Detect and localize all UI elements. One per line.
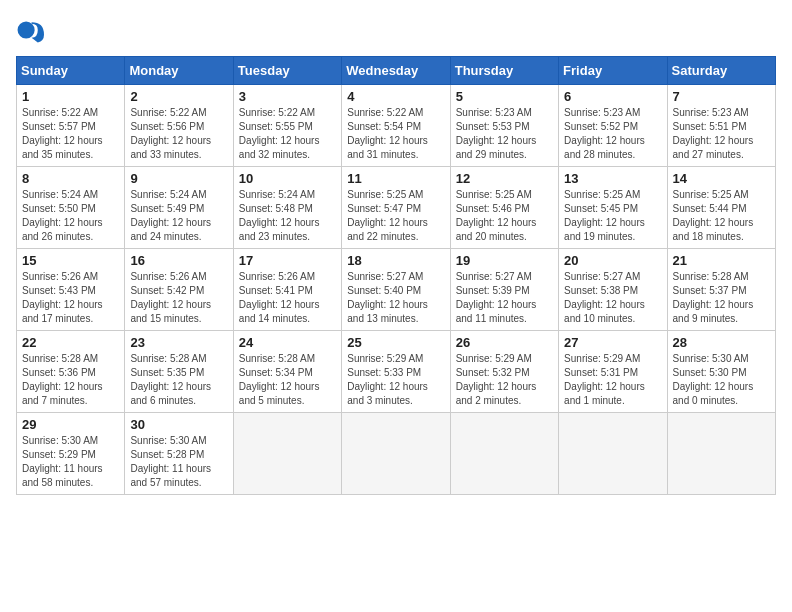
day-detail: Sunrise: 5:28 AMSunset: 5:37 PMDaylight:… [673, 271, 754, 324]
calendar-cell: 6Sunrise: 5:23 AMSunset: 5:52 PMDaylight… [559, 85, 667, 167]
calendar-cell: 7Sunrise: 5:23 AMSunset: 5:51 PMDaylight… [667, 85, 775, 167]
calendar-cell: 14Sunrise: 5:25 AMSunset: 5:44 PMDayligh… [667, 167, 775, 249]
logo-icon [16, 16, 44, 44]
calendar-cell: 18Sunrise: 5:27 AMSunset: 5:40 PMDayligh… [342, 249, 450, 331]
column-header-wednesday: Wednesday [342, 57, 450, 85]
calendar-cell: 26Sunrise: 5:29 AMSunset: 5:32 PMDayligh… [450, 331, 558, 413]
day-number: 2 [130, 89, 227, 104]
day-detail: Sunrise: 5:23 AMSunset: 5:53 PMDaylight:… [456, 107, 537, 160]
day-detail: Sunrise: 5:26 AMSunset: 5:43 PMDaylight:… [22, 271, 103, 324]
day-number: 18 [347, 253, 444, 268]
calendar-week-2: 8Sunrise: 5:24 AMSunset: 5:50 PMDaylight… [17, 167, 776, 249]
day-number: 30 [130, 417, 227, 432]
calendar-cell: 23Sunrise: 5:28 AMSunset: 5:35 PMDayligh… [125, 331, 233, 413]
calendar-week-1: 1Sunrise: 5:22 AMSunset: 5:57 PMDaylight… [17, 85, 776, 167]
day-detail: Sunrise: 5:22 AMSunset: 5:56 PMDaylight:… [130, 107, 211, 160]
column-header-tuesday: Tuesday [233, 57, 341, 85]
calendar-cell: 24Sunrise: 5:28 AMSunset: 5:34 PMDayligh… [233, 331, 341, 413]
day-number: 24 [239, 335, 336, 350]
day-number: 6 [564, 89, 661, 104]
day-number: 21 [673, 253, 770, 268]
day-detail: Sunrise: 5:29 AMSunset: 5:31 PMDaylight:… [564, 353, 645, 406]
calendar-cell: 11Sunrise: 5:25 AMSunset: 5:47 PMDayligh… [342, 167, 450, 249]
day-number: 11 [347, 171, 444, 186]
calendar-cell [559, 413, 667, 495]
calendar-cell: 3Sunrise: 5:22 AMSunset: 5:55 PMDaylight… [233, 85, 341, 167]
day-number: 19 [456, 253, 553, 268]
svg-point-0 [18, 21, 35, 38]
day-detail: Sunrise: 5:30 AMSunset: 5:30 PMDaylight:… [673, 353, 754, 406]
calendar-week-5: 29Sunrise: 5:30 AMSunset: 5:29 PMDayligh… [17, 413, 776, 495]
day-number: 29 [22, 417, 119, 432]
day-detail: Sunrise: 5:28 AMSunset: 5:36 PMDaylight:… [22, 353, 103, 406]
day-number: 9 [130, 171, 227, 186]
day-detail: Sunrise: 5:25 AMSunset: 5:47 PMDaylight:… [347, 189, 428, 242]
day-detail: Sunrise: 5:27 AMSunset: 5:39 PMDaylight:… [456, 271, 537, 324]
calendar-cell: 22Sunrise: 5:28 AMSunset: 5:36 PMDayligh… [17, 331, 125, 413]
day-number: 16 [130, 253, 227, 268]
day-number: 23 [130, 335, 227, 350]
day-number: 28 [673, 335, 770, 350]
day-detail: Sunrise: 5:25 AMSunset: 5:44 PMDaylight:… [673, 189, 754, 242]
day-detail: Sunrise: 5:30 AMSunset: 5:29 PMDaylight:… [22, 435, 103, 488]
day-number: 25 [347, 335, 444, 350]
day-number: 26 [456, 335, 553, 350]
day-number: 10 [239, 171, 336, 186]
day-number: 4 [347, 89, 444, 104]
day-detail: Sunrise: 5:24 AMSunset: 5:48 PMDaylight:… [239, 189, 320, 242]
calendar-cell: 8Sunrise: 5:24 AMSunset: 5:50 PMDaylight… [17, 167, 125, 249]
calendar-cell: 19Sunrise: 5:27 AMSunset: 5:39 PMDayligh… [450, 249, 558, 331]
calendar-header-row: SundayMondayTuesdayWednesdayThursdayFrid… [17, 57, 776, 85]
day-number: 12 [456, 171, 553, 186]
column-header-thursday: Thursday [450, 57, 558, 85]
calendar-cell: 15Sunrise: 5:26 AMSunset: 5:43 PMDayligh… [17, 249, 125, 331]
calendar-cell: 28Sunrise: 5:30 AMSunset: 5:30 PMDayligh… [667, 331, 775, 413]
day-detail: Sunrise: 5:27 AMSunset: 5:40 PMDaylight:… [347, 271, 428, 324]
day-detail: Sunrise: 5:28 AMSunset: 5:35 PMDaylight:… [130, 353, 211, 406]
day-detail: Sunrise: 5:26 AMSunset: 5:41 PMDaylight:… [239, 271, 320, 324]
column-header-sunday: Sunday [17, 57, 125, 85]
day-number: 8 [22, 171, 119, 186]
day-detail: Sunrise: 5:23 AMSunset: 5:52 PMDaylight:… [564, 107, 645, 160]
day-detail: Sunrise: 5:27 AMSunset: 5:38 PMDaylight:… [564, 271, 645, 324]
day-detail: Sunrise: 5:22 AMSunset: 5:57 PMDaylight:… [22, 107, 103, 160]
calendar-cell: 17Sunrise: 5:26 AMSunset: 5:41 PMDayligh… [233, 249, 341, 331]
calendar-cell: 9Sunrise: 5:24 AMSunset: 5:49 PMDaylight… [125, 167, 233, 249]
calendar-cell [233, 413, 341, 495]
calendar-cell: 2Sunrise: 5:22 AMSunset: 5:56 PMDaylight… [125, 85, 233, 167]
calendar-cell: 16Sunrise: 5:26 AMSunset: 5:42 PMDayligh… [125, 249, 233, 331]
calendar-cell: 30Sunrise: 5:30 AMSunset: 5:28 PMDayligh… [125, 413, 233, 495]
column-header-monday: Monday [125, 57, 233, 85]
day-number: 5 [456, 89, 553, 104]
day-detail: Sunrise: 5:24 AMSunset: 5:49 PMDaylight:… [130, 189, 211, 242]
calendar-cell [667, 413, 775, 495]
day-detail: Sunrise: 5:22 AMSunset: 5:54 PMDaylight:… [347, 107, 428, 160]
calendar-week-3: 15Sunrise: 5:26 AMSunset: 5:43 PMDayligh… [17, 249, 776, 331]
calendar-cell: 5Sunrise: 5:23 AMSunset: 5:53 PMDaylight… [450, 85, 558, 167]
calendar-cell [450, 413, 558, 495]
day-number: 15 [22, 253, 119, 268]
day-detail: Sunrise: 5:25 AMSunset: 5:46 PMDaylight:… [456, 189, 537, 242]
day-number: 27 [564, 335, 661, 350]
day-number: 3 [239, 89, 336, 104]
day-number: 22 [22, 335, 119, 350]
calendar-cell: 25Sunrise: 5:29 AMSunset: 5:33 PMDayligh… [342, 331, 450, 413]
calendar-cell: 12Sunrise: 5:25 AMSunset: 5:46 PMDayligh… [450, 167, 558, 249]
calendar-cell: 21Sunrise: 5:28 AMSunset: 5:37 PMDayligh… [667, 249, 775, 331]
day-number: 17 [239, 253, 336, 268]
day-number: 14 [673, 171, 770, 186]
calendar-cell: 29Sunrise: 5:30 AMSunset: 5:29 PMDayligh… [17, 413, 125, 495]
day-number: 20 [564, 253, 661, 268]
day-detail: Sunrise: 5:25 AMSunset: 5:45 PMDaylight:… [564, 189, 645, 242]
logo [16, 16, 48, 44]
calendar-cell: 10Sunrise: 5:24 AMSunset: 5:48 PMDayligh… [233, 167, 341, 249]
calendar-cell: 4Sunrise: 5:22 AMSunset: 5:54 PMDaylight… [342, 85, 450, 167]
day-detail: Sunrise: 5:30 AMSunset: 5:28 PMDaylight:… [130, 435, 211, 488]
day-detail: Sunrise: 5:29 AMSunset: 5:32 PMDaylight:… [456, 353, 537, 406]
page-header [16, 16, 776, 44]
calendar-cell: 27Sunrise: 5:29 AMSunset: 5:31 PMDayligh… [559, 331, 667, 413]
column-header-friday: Friday [559, 57, 667, 85]
day-detail: Sunrise: 5:24 AMSunset: 5:50 PMDaylight:… [22, 189, 103, 242]
calendar-week-4: 22Sunrise: 5:28 AMSunset: 5:36 PMDayligh… [17, 331, 776, 413]
day-detail: Sunrise: 5:23 AMSunset: 5:51 PMDaylight:… [673, 107, 754, 160]
